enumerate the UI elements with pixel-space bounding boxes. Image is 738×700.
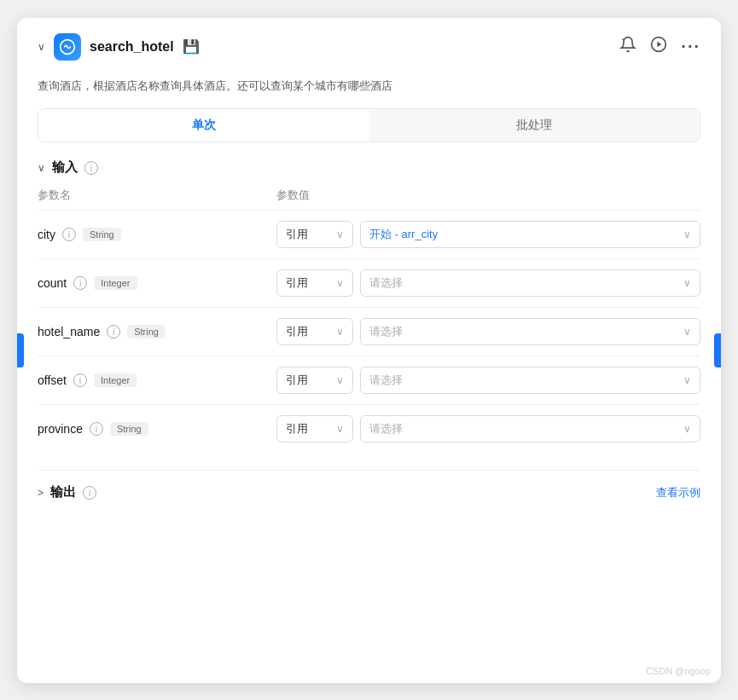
chevron-down-icon-9: ∨ bbox=[336, 423, 344, 435]
header: ∨ search_hotel 💾 bbox=[17, 18, 721, 71]
param-left-count: count i Integer bbox=[38, 276, 276, 290]
input-info-icon[interactable]: i bbox=[84, 161, 98, 175]
param-name-hotel-name: hotel_name bbox=[38, 325, 100, 338]
param-left-hotel-name: hotel_name i String bbox=[38, 325, 276, 338]
left-indicator bbox=[17, 333, 24, 367]
ref-select-province[interactable]: 引用 ∨ bbox=[276, 415, 353, 443]
type-badge-offset: Integer bbox=[94, 373, 137, 387]
right-indicator bbox=[714, 333, 721, 367]
header-left: ∨ search_hotel 💾 bbox=[38, 33, 200, 61]
col-value-label: 参数值 bbox=[276, 188, 700, 203]
watermark: CSDN @ngoop bbox=[646, 666, 711, 676]
app-icon bbox=[54, 33, 81, 61]
param-name-count: count bbox=[38, 276, 67, 290]
chevron-down-icon-4: ∨ bbox=[683, 277, 691, 289]
output-info-icon[interactable]: i bbox=[83, 486, 96, 500]
chevron-down-icon: ∨ bbox=[336, 229, 344, 240]
ref-select-count[interactable]: 引用 ∨ bbox=[276, 269, 353, 297]
ref-select-offset[interactable]: 引用 ∨ bbox=[276, 367, 353, 394]
param-row-city: city i String 引用 ∨ 开始 - arr_city ∨ bbox=[38, 210, 700, 258]
view-example-button[interactable]: 查看示例 bbox=[656, 485, 700, 500]
svg-line-1 bbox=[623, 38, 625, 40]
param-right-count: 引用 ∨ 请选择 ∨ bbox=[276, 269, 700, 297]
main-card: ∨ search_hotel 💾 bbox=[17, 18, 721, 683]
param-info-icon-offset[interactable]: i bbox=[73, 373, 87, 387]
input-section-title: 输入 bbox=[52, 159, 78, 176]
value-select-offset[interactable]: 请选择 ∨ bbox=[360, 367, 700, 394]
collapse-icon[interactable]: ∨ bbox=[38, 41, 45, 53]
param-info-icon-count[interactable]: i bbox=[73, 276, 87, 290]
output-section: > 输出 i 查看示例 bbox=[38, 470, 700, 500]
chevron-down-icon-8: ∨ bbox=[683, 374, 691, 386]
chevron-down-icon-10: ∨ bbox=[683, 423, 691, 435]
param-info-icon-city[interactable]: i bbox=[62, 228, 76, 241]
save-icon[interactable]: 💾 bbox=[183, 38, 200, 55]
value-select-province[interactable]: 请选择 ∨ bbox=[360, 415, 700, 443]
ref-select-hotel-name[interactable]: 引用 ∨ bbox=[276, 318, 353, 345]
param-right-offset: 引用 ∨ 请选择 ∨ bbox=[276, 367, 700, 394]
play-icon[interactable] bbox=[650, 36, 667, 57]
value-select-hotel-name[interactable]: 请选择 ∨ bbox=[360, 318, 700, 345]
input-collapse-icon[interactable]: ∨ bbox=[38, 162, 45, 174]
description-text: 查询酒店，根据酒店名称查询具体酒店。还可以查询某个城市有哪些酒店 bbox=[17, 71, 721, 109]
tab-batch[interactable]: 批处理 bbox=[369, 109, 700, 142]
page-title: search_hotel bbox=[90, 39, 174, 55]
type-badge-province: String bbox=[110, 422, 148, 436]
param-left-city: city i String bbox=[38, 228, 276, 241]
output-collapse-icon[interactable]: > bbox=[38, 487, 44, 499]
param-info-icon-hotel-name[interactable]: i bbox=[107, 325, 120, 338]
param-row-hotel-name: hotel_name i String 引用 ∨ 请选择 ∨ bbox=[38, 307, 700, 356]
svg-marker-3 bbox=[658, 42, 662, 48]
header-right: ··· bbox=[619, 36, 700, 57]
param-left-province: province i String bbox=[38, 422, 276, 436]
column-headers: 参数名 参数值 bbox=[38, 184, 700, 210]
bell-icon[interactable] bbox=[619, 36, 636, 57]
param-right-city: 引用 ∨ 开始 - arr_city ∨ bbox=[276, 221, 700, 248]
param-left-offset: offset i Integer bbox=[38, 373, 276, 387]
ref-select-city[interactable]: 引用 ∨ bbox=[276, 221, 353, 248]
type-badge-city: String bbox=[83, 228, 121, 241]
chevron-down-icon-6: ∨ bbox=[683, 326, 691, 338]
param-right-hotel-name: 引用 ∨ 请选择 ∨ bbox=[276, 318, 700, 345]
input-section: ∨ 输入 i 参数名 参数值 city i String 引用 ∨ 开始 - a… bbox=[38, 159, 700, 453]
tab-single[interactable]: 单次 bbox=[38, 109, 369, 142]
param-row-province: province i String 引用 ∨ 请选择 ∨ bbox=[38, 404, 700, 453]
col-param-label: 参数名 bbox=[38, 188, 276, 203]
input-section-header: ∨ 输入 i bbox=[38, 159, 700, 176]
chevron-down-icon-7: ∨ bbox=[336, 374, 344, 386]
chevron-down-icon-5: ∨ bbox=[336, 326, 344, 338]
output-section-title: 输出 bbox=[50, 484, 76, 500]
param-name-offset: offset bbox=[38, 373, 67, 387]
param-row-count: count i Integer 引用 ∨ 请选择 ∨ bbox=[38, 258, 700, 307]
type-badge-hotel-name: String bbox=[127, 325, 166, 338]
type-badge-count: Integer bbox=[94, 276, 137, 290]
param-name-city: city bbox=[38, 228, 55, 241]
output-header: > 输出 i bbox=[38, 484, 96, 500]
chevron-down-icon-3: ∨ bbox=[336, 277, 344, 289]
value-select-count[interactable]: 请选择 ∨ bbox=[360, 269, 700, 297]
param-right-province: 引用 ∨ 请选择 ∨ bbox=[276, 415, 700, 443]
param-info-icon-province[interactable]: i bbox=[90, 422, 103, 436]
more-icon[interactable]: ··· bbox=[681, 37, 700, 56]
value-select-city[interactable]: 开始 - arr_city ∨ bbox=[360, 221, 700, 248]
chevron-down-icon-2: ∨ bbox=[683, 229, 691, 240]
tab-group: 单次 批处理 bbox=[38, 108, 700, 142]
param-row-offset: offset i Integer 引用 ∨ 请选择 ∨ bbox=[38, 356, 700, 404]
param-name-province: province bbox=[38, 422, 83, 436]
